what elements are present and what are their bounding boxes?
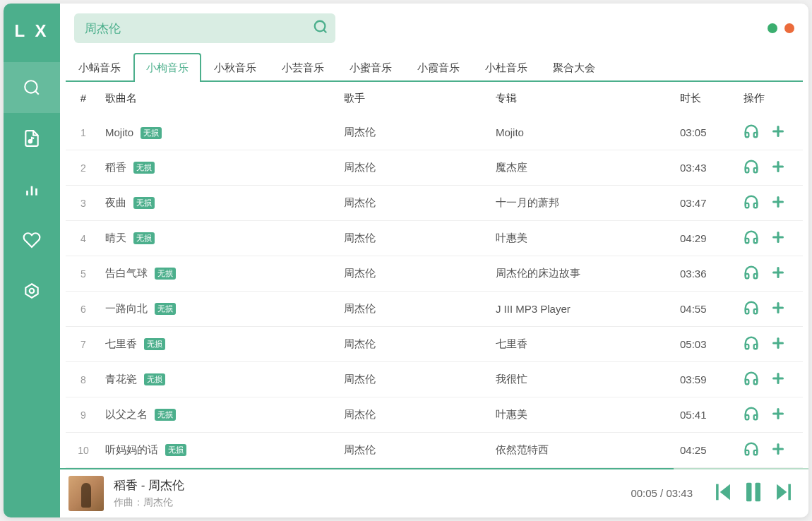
search-input[interactable]	[74, 13, 335, 43]
svg-point-8	[315, 21, 326, 32]
listen-button[interactable]	[744, 335, 759, 353]
listen-button[interactable]	[744, 229, 759, 247]
row-artist: 周杰伦	[344, 302, 496, 316]
row-župx: 青花瓷 无损	[98, 373, 344, 386]
add-button[interactable]	[770, 335, 786, 353]
plus-icon	[770, 335, 786, 351]
tab-source[interactable]: 小霞音乐	[405, 53, 472, 82]
tab-source[interactable]: 聚合大会	[540, 53, 608, 82]
listen-button[interactable]	[744, 194, 759, 212]
col-header-duration: 时长	[680, 92, 744, 105]
row-artist: 周杰伦	[344, 126, 496, 139]
tab-source[interactable]: 小蜗音乐	[66, 53, 133, 82]
add-button[interactable]	[770, 265, 786, 282]
add-button[interactable]	[770, 406, 786, 424]
row-duration: 03:47	[680, 197, 744, 209]
headphones-icon	[744, 371, 759, 386]
song-list[interactable]: 1Mojito 无损周杰伦Mojito03:052稻香 无损周杰伦魔杰座03:4…	[60, 115, 808, 468]
row-index: 6	[68, 304, 98, 315]
listen-button[interactable]	[744, 441, 759, 459]
row-duration: 05:03	[680, 338, 744, 350]
row-artist: 周杰伦	[344, 232, 496, 245]
row-župx: 听妈妈的话 无损	[98, 443, 344, 457]
add-button[interactable]	[770, 159, 786, 176]
plus-icon	[770, 265, 786, 280]
row-župx: 一路向北 无损	[98, 302, 344, 316]
add-button[interactable]	[770, 229, 786, 247]
plus-icon	[770, 194, 786, 210]
row-župx: Mojito 无损	[98, 126, 344, 139]
listen-button[interactable]	[744, 300, 759, 318]
listen-button[interactable]	[744, 265, 759, 282]
listen-button[interactable]	[744, 159, 759, 176]
headphones-icon	[744, 194, 759, 210]
song-row[interactable]: 4晴天 无损周杰伦叶惠美04:29	[66, 221, 803, 256]
quality-badge: 无损	[133, 232, 155, 244]
song-row[interactable]: 7七里香 无损周杰伦七里香05:03	[66, 327, 803, 362]
add-button[interactable]	[770, 441, 786, 459]
song-row[interactable]: 2稻香 无损周杰伦魔杰座03:43	[66, 150, 803, 186]
next-button[interactable]	[772, 480, 796, 507]
nav-songlist[interactable]	[4, 113, 60, 164]
row-duration: 03:36	[680, 268, 744, 280]
row-album: 叶惠美	[496, 232, 680, 245]
add-button[interactable]	[770, 300, 786, 318]
album-cover[interactable]	[68, 476, 104, 511]
listen-button[interactable]	[744, 124, 759, 141]
song-row[interactable]: 5告白气球 无损周杰伦周杰伦的床边故事03:36	[66, 256, 803, 292]
header	[60, 4, 808, 53]
col-header-artist: 歌手	[344, 92, 496, 105]
song-row[interactable]: 9以父之名 无损周杰伦叶惠美05:41	[66, 397, 803, 433]
row-artist: 周杰伦	[344, 408, 496, 421]
search-icon	[313, 19, 328, 35]
tab-source[interactable]: 小秋音乐	[201, 53, 269, 82]
row-album: 周杰伦的床边故事	[496, 267, 680, 280]
svg-rect-35	[756, 482, 761, 501]
nav-leaderboard[interactable]	[4, 164, 60, 215]
heart-icon	[23, 231, 41, 249]
tab-source[interactable]: 小蜜音乐	[337, 53, 405, 82]
pause-button[interactable]	[739, 478, 768, 509]
svg-point-7	[30, 289, 35, 294]
listen-button[interactable]	[744, 406, 759, 424]
row-ops	[744, 371, 800, 388]
song-row[interactable]: 6一路向北 无损周杰伦J III MP3 Player04:55	[66, 292, 803, 327]
app-logo: L X	[15, 21, 49, 41]
headphones-icon	[744, 124, 759, 139]
row-artist: 周杰伦	[344, 267, 496, 280]
row-župx: 以父之名 无损	[98, 408, 344, 421]
nav-favorites[interactable]	[4, 215, 60, 265]
row-ops	[744, 300, 800, 318]
row-album: J III MP3 Player	[496, 303, 680, 315]
skip-back-icon	[711, 480, 735, 504]
song-row[interactable]: 3夜曲 无损周杰伦十一月的萧邦03:47	[66, 186, 803, 221]
song-row[interactable]: 10听妈妈的话 无损周杰伦依然范特西04:25	[66, 433, 803, 468]
headphones-icon	[744, 300, 759, 316]
nav-settings[interactable]	[4, 265, 60, 316]
row-duration: 05:41	[680, 409, 744, 421]
listen-button[interactable]	[744, 371, 759, 388]
quality-badge: 无损	[155, 303, 176, 315]
row-duration: 03:43	[680, 162, 744, 174]
progress-fill	[60, 468, 674, 469]
tab-source[interactable]: 小芸音乐	[269, 53, 337, 82]
plus-icon	[770, 371, 786, 386]
settings-icon	[23, 282, 41, 300]
add-button[interactable]	[770, 124, 786, 141]
list-header: # 歌曲名 歌手 专辑 时长 操作	[60, 82, 808, 115]
tab-source[interactable]: 小枸音乐	[133, 53, 201, 82]
col-header-ops: 操作	[744, 92, 800, 105]
minimize-button[interactable]	[768, 23, 777, 33]
song-row[interactable]: 8青花瓷 无损周杰伦我很忙03:59	[66, 362, 803, 397]
add-button[interactable]	[770, 194, 786, 212]
nav-search[interactable]	[4, 62, 60, 113]
tab-source[interactable]: 小杜音乐	[472, 53, 540, 82]
add-button[interactable]	[770, 371, 786, 388]
close-button[interactable]	[784, 23, 794, 33]
prev-button[interactable]	[711, 480, 735, 507]
song-row[interactable]: 1Mojito 无损周杰伦Mojito03:05	[66, 115, 803, 150]
row-album: 依然范特西	[496, 443, 680, 457]
quality-badge: 无损	[165, 444, 186, 456]
quality-badge: 无损	[144, 373, 165, 385]
search-button[interactable]	[313, 19, 328, 37]
